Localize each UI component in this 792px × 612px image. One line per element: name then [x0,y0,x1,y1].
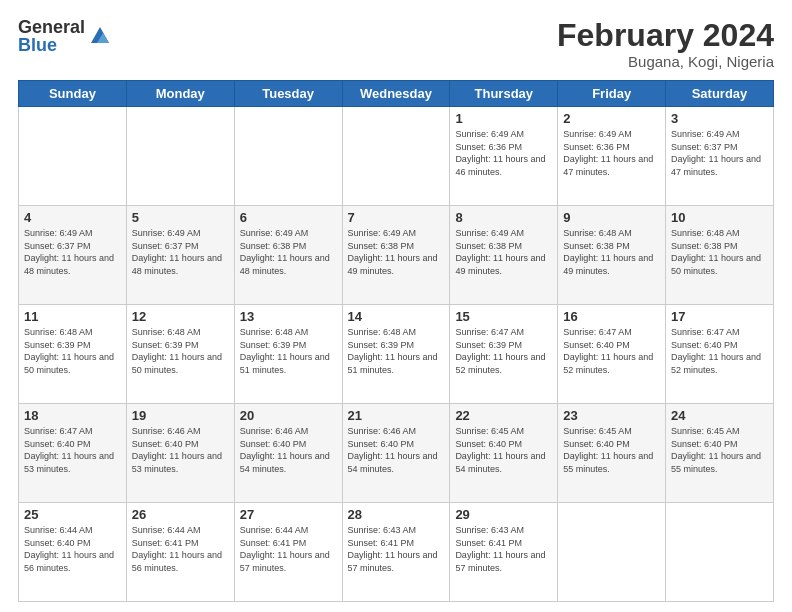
day-info: Sunrise: 6:48 AM Sunset: 6:39 PM Dayligh… [348,326,445,376]
header-cell-wednesday: Wednesday [342,81,450,107]
calendar-cell: 23Sunrise: 6:45 AM Sunset: 6:40 PM Dayli… [558,404,666,503]
day-number: 7 [348,210,445,225]
day-info: Sunrise: 6:44 AM Sunset: 6:41 PM Dayligh… [132,524,229,574]
calendar-cell [666,503,774,602]
day-number: 22 [455,408,552,423]
header-cell-tuesday: Tuesday [234,81,342,107]
calendar-cell: 22Sunrise: 6:45 AM Sunset: 6:40 PM Dayli… [450,404,558,503]
header-cell-monday: Monday [126,81,234,107]
header-cell-thursday: Thursday [450,81,558,107]
day-info: Sunrise: 6:45 AM Sunset: 6:40 PM Dayligh… [671,425,768,475]
calendar-cell: 11Sunrise: 6:48 AM Sunset: 6:39 PM Dayli… [19,305,127,404]
day-number: 6 [240,210,337,225]
day-number: 10 [671,210,768,225]
calendar-cell: 15Sunrise: 6:47 AM Sunset: 6:39 PM Dayli… [450,305,558,404]
calendar-cell: 25Sunrise: 6:44 AM Sunset: 6:40 PM Dayli… [19,503,127,602]
calendar-cell: 12Sunrise: 6:48 AM Sunset: 6:39 PM Dayli… [126,305,234,404]
calendar-cell: 20Sunrise: 6:46 AM Sunset: 6:40 PM Dayli… [234,404,342,503]
day-number: 15 [455,309,552,324]
calendar-cell: 7Sunrise: 6:49 AM Sunset: 6:38 PM Daylig… [342,206,450,305]
calendar-cell: 28Sunrise: 6:43 AM Sunset: 6:41 PM Dayli… [342,503,450,602]
calendar-cell: 17Sunrise: 6:47 AM Sunset: 6:40 PM Dayli… [666,305,774,404]
day-info: Sunrise: 6:43 AM Sunset: 6:41 PM Dayligh… [348,524,445,574]
calendar-cell: 18Sunrise: 6:47 AM Sunset: 6:40 PM Dayli… [19,404,127,503]
day-number: 21 [348,408,445,423]
calendar-body: 1Sunrise: 6:49 AM Sunset: 6:36 PM Daylig… [19,107,774,602]
calendar-cell: 5Sunrise: 6:49 AM Sunset: 6:37 PM Daylig… [126,206,234,305]
day-info: Sunrise: 6:46 AM Sunset: 6:40 PM Dayligh… [132,425,229,475]
calendar-cell: 26Sunrise: 6:44 AM Sunset: 6:41 PM Dayli… [126,503,234,602]
header-cell-sunday: Sunday [19,81,127,107]
day-info: Sunrise: 6:48 AM Sunset: 6:39 PM Dayligh… [132,326,229,376]
calendar: SundayMondayTuesdayWednesdayThursdayFrid… [18,80,774,602]
calendar-cell: 19Sunrise: 6:46 AM Sunset: 6:40 PM Dayli… [126,404,234,503]
calendar-cell: 1Sunrise: 6:49 AM Sunset: 6:36 PM Daylig… [450,107,558,206]
day-info: Sunrise: 6:43 AM Sunset: 6:41 PM Dayligh… [455,524,552,574]
calendar-cell: 21Sunrise: 6:46 AM Sunset: 6:40 PM Dayli… [342,404,450,503]
day-info: Sunrise: 6:49 AM Sunset: 6:36 PM Dayligh… [563,128,660,178]
calendar-header: SundayMondayTuesdayWednesdayThursdayFrid… [19,81,774,107]
logo-blue: Blue [18,36,85,54]
day-info: Sunrise: 6:49 AM Sunset: 6:36 PM Dayligh… [455,128,552,178]
calendar-cell [558,503,666,602]
logo-text: General Blue [18,18,85,54]
day-info: Sunrise: 6:49 AM Sunset: 6:38 PM Dayligh… [348,227,445,277]
day-info: Sunrise: 6:49 AM Sunset: 6:37 PM Dayligh… [24,227,121,277]
week-row: 1Sunrise: 6:49 AM Sunset: 6:36 PM Daylig… [19,107,774,206]
day-number: 17 [671,309,768,324]
day-info: Sunrise: 6:46 AM Sunset: 6:40 PM Dayligh… [348,425,445,475]
day-number: 3 [671,111,768,126]
day-info: Sunrise: 6:45 AM Sunset: 6:40 PM Dayligh… [455,425,552,475]
logo-icon [89,23,111,45]
calendar-table: SundayMondayTuesdayWednesdayThursdayFrid… [18,80,774,602]
day-number: 28 [348,507,445,522]
day-number: 24 [671,408,768,423]
day-number: 4 [24,210,121,225]
calendar-cell [19,107,127,206]
week-row: 11Sunrise: 6:48 AM Sunset: 6:39 PM Dayli… [19,305,774,404]
day-number: 29 [455,507,552,522]
day-info: Sunrise: 6:49 AM Sunset: 6:37 PM Dayligh… [132,227,229,277]
calendar-cell: 14Sunrise: 6:48 AM Sunset: 6:39 PM Dayli… [342,305,450,404]
day-info: Sunrise: 6:49 AM Sunset: 6:38 PM Dayligh… [240,227,337,277]
day-info: Sunrise: 6:47 AM Sunset: 6:40 PM Dayligh… [671,326,768,376]
day-info: Sunrise: 6:49 AM Sunset: 6:37 PM Dayligh… [671,128,768,178]
calendar-cell: 13Sunrise: 6:48 AM Sunset: 6:39 PM Dayli… [234,305,342,404]
week-row: 25Sunrise: 6:44 AM Sunset: 6:40 PM Dayli… [19,503,774,602]
day-number: 25 [24,507,121,522]
day-info: Sunrise: 6:48 AM Sunset: 6:38 PM Dayligh… [671,227,768,277]
calendar-cell [126,107,234,206]
title-block: February 2024 Bugana, Kogi, Nigeria [557,18,774,70]
calendar-cell: 3Sunrise: 6:49 AM Sunset: 6:37 PM Daylig… [666,107,774,206]
day-info: Sunrise: 6:45 AM Sunset: 6:40 PM Dayligh… [563,425,660,475]
logo: General Blue [18,18,111,54]
day-info: Sunrise: 6:47 AM Sunset: 6:39 PM Dayligh… [455,326,552,376]
header-row: SundayMondayTuesdayWednesdayThursdayFrid… [19,81,774,107]
day-info: Sunrise: 6:44 AM Sunset: 6:41 PM Dayligh… [240,524,337,574]
calendar-cell [234,107,342,206]
day-info: Sunrise: 6:48 AM Sunset: 6:39 PM Dayligh… [24,326,121,376]
day-info: Sunrise: 6:48 AM Sunset: 6:38 PM Dayligh… [563,227,660,277]
calendar-title: February 2024 [557,18,774,53]
day-number: 14 [348,309,445,324]
day-number: 11 [24,309,121,324]
day-number: 27 [240,507,337,522]
week-row: 4Sunrise: 6:49 AM Sunset: 6:37 PM Daylig… [19,206,774,305]
day-number: 19 [132,408,229,423]
day-info: Sunrise: 6:44 AM Sunset: 6:40 PM Dayligh… [24,524,121,574]
header-cell-saturday: Saturday [666,81,774,107]
day-number: 8 [455,210,552,225]
week-row: 18Sunrise: 6:47 AM Sunset: 6:40 PM Dayli… [19,404,774,503]
page: General Blue February 2024 Bugana, Kogi,… [0,0,792,612]
day-info: Sunrise: 6:47 AM Sunset: 6:40 PM Dayligh… [563,326,660,376]
day-number: 23 [563,408,660,423]
day-number: 5 [132,210,229,225]
day-number: 18 [24,408,121,423]
calendar-cell: 6Sunrise: 6:49 AM Sunset: 6:38 PM Daylig… [234,206,342,305]
day-number: 26 [132,507,229,522]
header-cell-friday: Friday [558,81,666,107]
day-number: 13 [240,309,337,324]
calendar-cell: 24Sunrise: 6:45 AM Sunset: 6:40 PM Dayli… [666,404,774,503]
calendar-cell: 16Sunrise: 6:47 AM Sunset: 6:40 PM Dayli… [558,305,666,404]
day-info: Sunrise: 6:48 AM Sunset: 6:39 PM Dayligh… [240,326,337,376]
